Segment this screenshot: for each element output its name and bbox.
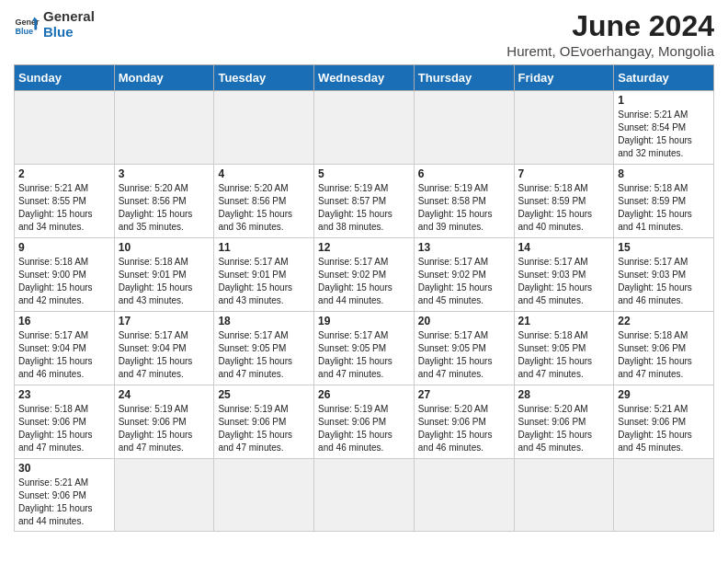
day-number: 4	[218, 167, 310, 180]
calendar-cell	[15, 91, 115, 165]
day-info: Sunrise: 5:18 AM Sunset: 9:06 PM Dayligh…	[618, 329, 710, 381]
day-number: 24	[119, 388, 210, 401]
calendar-cell: 13Sunrise: 5:17 AM Sunset: 9:02 PM Dayli…	[414, 238, 514, 312]
weekday-header-monday: Monday	[114, 65, 214, 91]
calendar-cell	[514, 91, 614, 165]
calendar-cell	[214, 459, 314, 532]
day-info: Sunrise: 5:18 AM Sunset: 8:59 PM Dayligh…	[618, 182, 710, 234]
day-number: 20	[418, 315, 510, 327]
day-number: 18	[218, 315, 310, 327]
calendar-cell: 24Sunrise: 5:19 AM Sunset: 9:06 PM Dayli…	[114, 385, 214, 459]
calendar-header: SundayMondayTuesdayWednesdayThursdayFrid…	[15, 65, 714, 91]
day-number: 19	[318, 315, 410, 327]
day-number: 8	[618, 167, 710, 180]
calendar-cell	[114, 91, 214, 165]
day-number: 1	[618, 94, 710, 107]
calendar-cell: 14Sunrise: 5:17 AM Sunset: 9:03 PM Dayli…	[514, 238, 614, 312]
calendar-cell: 6Sunrise: 5:19 AM Sunset: 8:58 PM Daylig…	[414, 165, 514, 238]
calendar-cell	[114, 459, 214, 532]
calendar-cell: 15Sunrise: 5:17 AM Sunset: 9:03 PM Dayli…	[614, 238, 714, 312]
calendar-cell: 28Sunrise: 5:20 AM Sunset: 9:06 PM Dayli…	[514, 385, 614, 459]
calendar-cell: 23Sunrise: 5:18 AM Sunset: 9:06 PM Dayli…	[15, 385, 115, 459]
day-number: 16	[18, 315, 110, 327]
calendar-cell: 19Sunrise: 5:17 AM Sunset: 9:05 PM Dayli…	[314, 312, 415, 385]
calendar-cell	[514, 459, 614, 532]
day-number: 12	[318, 241, 410, 254]
calendar-cell: 12Sunrise: 5:17 AM Sunset: 9:02 PM Dayli…	[314, 238, 415, 312]
logo-blue: Blue	[43, 25, 95, 40]
day-number: 21	[518, 315, 610, 327]
day-info: Sunrise: 5:17 AM Sunset: 9:01 PM Dayligh…	[218, 256, 310, 307]
subtitle: Huremt, OEvoerhangay, Mongolia	[506, 43, 714, 59]
calendar-cell: 25Sunrise: 5:19 AM Sunset: 9:06 PM Dayli…	[214, 385, 314, 459]
calendar-cell: 27Sunrise: 5:20 AM Sunset: 9:06 PM Dayli…	[414, 385, 514, 459]
calendar-cell: 26Sunrise: 5:19 AM Sunset: 9:06 PM Dayli…	[314, 385, 415, 459]
calendar-cell: 7Sunrise: 5:18 AM Sunset: 8:59 PM Daylig…	[514, 165, 614, 238]
day-number: 10	[119, 241, 210, 254]
weekday-header-thursday: Thursday	[414, 65, 514, 91]
day-number: 17	[119, 315, 210, 327]
day-info: Sunrise: 5:20 AM Sunset: 9:06 PM Dayligh…	[418, 403, 510, 454]
day-info: Sunrise: 5:18 AM Sunset: 9:01 PM Dayligh…	[119, 256, 210, 307]
day-info: Sunrise: 5:18 AM Sunset: 9:05 PM Dayligh…	[518, 329, 610, 381]
day-info: Sunrise: 5:18 AM Sunset: 8:59 PM Dayligh…	[518, 182, 610, 234]
calendar-cell: 10Sunrise: 5:18 AM Sunset: 9:01 PM Dayli…	[114, 238, 214, 312]
day-number: 25	[218, 388, 310, 401]
day-info: Sunrise: 5:19 AM Sunset: 9:06 PM Dayligh…	[318, 403, 410, 454]
day-number: 26	[318, 388, 410, 401]
calendar-cell	[314, 91, 415, 165]
day-number: 29	[618, 388, 710, 401]
day-number: 13	[418, 241, 510, 254]
day-info: Sunrise: 5:20 AM Sunset: 8:56 PM Dayligh…	[218, 182, 310, 234]
calendar-cell: 18Sunrise: 5:17 AM Sunset: 9:05 PM Dayli…	[214, 312, 314, 385]
day-info: Sunrise: 5:17 AM Sunset: 9:03 PM Dayligh…	[618, 256, 710, 307]
day-info: Sunrise: 5:17 AM Sunset: 9:05 PM Dayligh…	[218, 329, 310, 381]
calendar-cell: 20Sunrise: 5:17 AM Sunset: 9:05 PM Dayli…	[414, 312, 514, 385]
day-number: 30	[18, 462, 110, 475]
day-info: Sunrise: 5:21 AM Sunset: 9:06 PM Dayligh…	[18, 477, 110, 528]
day-info: Sunrise: 5:17 AM Sunset: 9:03 PM Dayligh…	[518, 256, 610, 307]
calendar-cell	[414, 91, 514, 165]
weekday-header-friday: Friday	[514, 65, 614, 91]
day-number: 15	[618, 241, 710, 254]
day-number: 2	[18, 167, 110, 180]
logo: General Blue General Blue	[14, 9, 95, 40]
svg-text:Blue: Blue	[15, 26, 33, 35]
day-info: Sunrise: 5:17 AM Sunset: 9:05 PM Dayligh…	[418, 329, 510, 381]
day-number: 9	[18, 241, 110, 254]
calendar-cell: 3Sunrise: 5:20 AM Sunset: 8:56 PM Daylig…	[114, 165, 214, 238]
day-number: 22	[618, 315, 710, 327]
title-area: June 2024 Huremt, OEvoerhangay, Mongolia	[506, 9, 714, 59]
calendar-cell: 4Sunrise: 5:20 AM Sunset: 8:56 PM Daylig…	[214, 165, 314, 238]
header: General Blue General Blue June 2024 Hure…	[14, 9, 714, 59]
calendar-cell: 9Sunrise: 5:18 AM Sunset: 9:00 PM Daylig…	[15, 238, 115, 312]
day-info: Sunrise: 5:17 AM Sunset: 9:04 PM Dayligh…	[18, 329, 110, 381]
calendar-cell: 5Sunrise: 5:19 AM Sunset: 8:57 PM Daylig…	[314, 165, 415, 238]
day-info: Sunrise: 5:18 AM Sunset: 9:06 PM Dayligh…	[18, 403, 110, 454]
calendar-cell: 8Sunrise: 5:18 AM Sunset: 8:59 PM Daylig…	[614, 165, 714, 238]
day-info: Sunrise: 5:19 AM Sunset: 9:06 PM Dayligh…	[218, 403, 310, 454]
day-number: 27	[418, 388, 510, 401]
logo-general: General	[43, 9, 95, 25]
calendar-cell: 2Sunrise: 5:21 AM Sunset: 8:55 PM Daylig…	[15, 165, 115, 238]
calendar-cell: 22Sunrise: 5:18 AM Sunset: 9:06 PM Dayli…	[614, 312, 714, 385]
main-title: June 2024	[506, 9, 714, 43]
calendar: SundayMondayTuesdayWednesdayThursdayFrid…	[14, 64, 714, 532]
weekday-header-saturday: Saturday	[614, 65, 714, 91]
day-number: 28	[518, 388, 610, 401]
calendar-cell	[614, 459, 714, 532]
day-info: Sunrise: 5:17 AM Sunset: 9:02 PM Dayligh…	[318, 256, 410, 307]
calendar-cell	[314, 459, 415, 532]
calendar-cell	[214, 91, 314, 165]
day-info: Sunrise: 5:17 AM Sunset: 9:02 PM Dayligh…	[418, 256, 510, 307]
day-info: Sunrise: 5:21 AM Sunset: 8:54 PM Dayligh…	[618, 109, 710, 160]
calendar-cell: 17Sunrise: 5:17 AM Sunset: 9:04 PM Dayli…	[114, 312, 214, 385]
day-number: 14	[518, 241, 610, 254]
day-info: Sunrise: 5:21 AM Sunset: 8:55 PM Dayligh…	[18, 182, 110, 234]
day-number: 7	[518, 167, 610, 180]
day-info: Sunrise: 5:19 AM Sunset: 8:57 PM Dayligh…	[318, 182, 410, 234]
day-info: Sunrise: 5:19 AM Sunset: 8:58 PM Dayligh…	[418, 182, 510, 234]
calendar-cell: 21Sunrise: 5:18 AM Sunset: 9:05 PM Dayli…	[514, 312, 614, 385]
calendar-cell: 1Sunrise: 5:21 AM Sunset: 8:54 PM Daylig…	[614, 91, 714, 165]
weekday-header-wednesday: Wednesday	[314, 65, 415, 91]
